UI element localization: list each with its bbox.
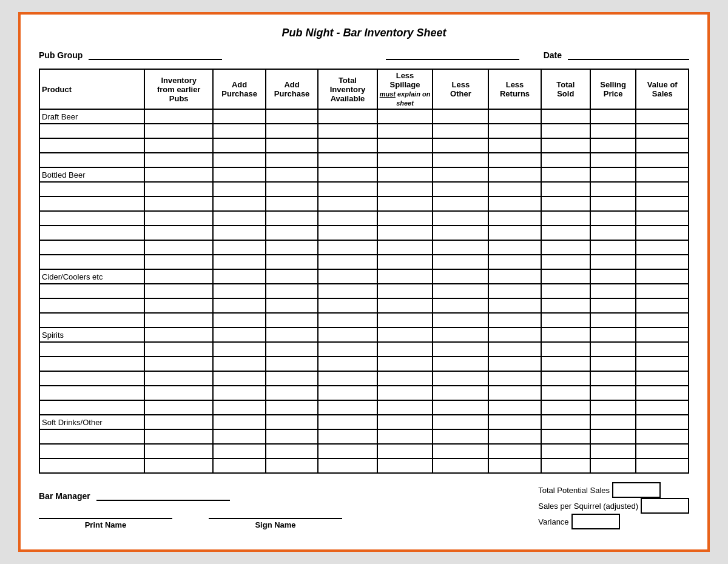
table-cell[interactable] [636, 240, 689, 255]
table-cell[interactable] [39, 255, 144, 269]
table-cell[interactable] [213, 342, 265, 357]
table-cell[interactable] [590, 124, 636, 138]
table-cell[interactable] [213, 182, 265, 196]
table-cell[interactable] [266, 153, 318, 167]
table-cell[interactable] [488, 429, 541, 444]
table-cell[interactable] [318, 226, 377, 240]
table-cell[interactable] [488, 255, 541, 269]
table-cell[interactable] [377, 386, 433, 400]
pub-group-line[interactable] [89, 50, 222, 60]
table-cell[interactable] [636, 167, 689, 182]
table-cell[interactable] [636, 153, 689, 167]
table-cell[interactable] [213, 444, 265, 458]
table-cell[interactable] [377, 124, 433, 138]
table-cell[interactable] [266, 124, 318, 138]
table-cell[interactable] [266, 386, 318, 400]
table-cell[interactable] [377, 327, 433, 342]
table-cell[interactable] [266, 298, 318, 313]
table-cell[interactable] [144, 415, 213, 429]
table-cell[interactable] [488, 167, 541, 182]
summary-value-1[interactable] [641, 498, 689, 514]
table-cell[interactable] [590, 458, 636, 473]
table-cell[interactable] [636, 124, 689, 138]
table-cell[interactable] [318, 298, 377, 313]
table-cell[interactable] [377, 255, 433, 269]
table-cell[interactable] [590, 327, 636, 342]
table-cell[interactable] [541, 167, 590, 182]
table-cell[interactable] [213, 386, 265, 400]
table-cell[interactable] [433, 182, 488, 196]
table-cell[interactable] [488, 342, 541, 357]
table-cell[interactable] [636, 313, 689, 327]
table-cell[interactable] [541, 269, 590, 284]
table-cell[interactable] [590, 109, 636, 124]
table-cell[interactable] [488, 298, 541, 313]
table-cell[interactable] [144, 211, 213, 226]
date-line-right[interactable] [568, 50, 689, 60]
table-cell[interactable] [377, 298, 433, 313]
table-cell[interactable] [636, 400, 689, 415]
table-cell[interactable] [636, 458, 689, 473]
table-cell[interactable] [590, 371, 636, 386]
table-cell[interactable] [318, 342, 377, 357]
table-cell[interactable] [377, 400, 433, 415]
table-cell[interactable] [433, 298, 488, 313]
table-cell[interactable] [433, 269, 488, 284]
table-cell[interactable] [213, 226, 265, 240]
table-cell[interactable] [144, 429, 213, 444]
table-cell[interactable] [144, 458, 213, 473]
table-cell[interactable] [213, 196, 265, 211]
table-cell[interactable] [488, 371, 541, 386]
table-cell[interactable] [488, 269, 541, 284]
table-cell[interactable] [541, 357, 590, 371]
table-cell[interactable] [318, 386, 377, 400]
table-cell[interactable] [266, 327, 318, 342]
table-cell[interactable] [144, 124, 213, 138]
table-cell[interactable] [213, 167, 265, 182]
table-cell[interactable] [213, 240, 265, 255]
table-cell[interactable] [590, 153, 636, 167]
table-cell[interactable] [266, 226, 318, 240]
table-cell[interactable] [433, 153, 488, 167]
table-cell[interactable] [39, 196, 144, 211]
table-cell[interactable] [144, 153, 213, 167]
table-cell[interactable] [636, 327, 689, 342]
table-cell[interactable] [433, 386, 488, 400]
table-cell[interactable] [541, 124, 590, 138]
table-cell[interactable] [39, 400, 144, 415]
table-cell[interactable] [39, 357, 144, 371]
table-cell[interactable] [377, 182, 433, 196]
table-cell[interactable] [266, 357, 318, 371]
table-cell[interactable] [636, 386, 689, 400]
table-cell[interactable] [377, 357, 433, 371]
table-cell[interactable] [318, 357, 377, 371]
table-cell[interactable] [213, 400, 265, 415]
table-cell[interactable] [266, 269, 318, 284]
table-cell[interactable] [39, 313, 144, 327]
table-cell[interactable] [541, 371, 590, 386]
table-cell[interactable] [433, 342, 488, 357]
table-cell[interactable] [590, 255, 636, 269]
print-name-line[interactable] [39, 509, 172, 519]
table-cell[interactable] [590, 342, 636, 357]
table-cell[interactable] [213, 357, 265, 371]
table-cell[interactable] [213, 415, 265, 429]
table-cell[interactable] [213, 313, 265, 327]
table-cell[interactable] [541, 386, 590, 400]
table-cell[interactable] [39, 226, 144, 240]
table-cell[interactable] [636, 182, 689, 196]
table-cell[interactable] [488, 109, 541, 124]
table-cell[interactable] [433, 357, 488, 371]
summary-value-2[interactable] [571, 514, 620, 529]
table-cell[interactable] [541, 211, 590, 226]
table-cell[interactable] [144, 371, 213, 386]
table-cell[interactable] [144, 313, 213, 327]
table-cell[interactable] [144, 240, 213, 255]
table-cell[interactable] [541, 458, 590, 473]
table-cell[interactable] [213, 211, 265, 226]
table-cell[interactable] [39, 211, 144, 226]
table-cell[interactable] [213, 109, 265, 124]
table-cell[interactable] [433, 284, 488, 298]
table-cell[interactable] [266, 167, 318, 182]
table-cell[interactable] [433, 124, 488, 138]
